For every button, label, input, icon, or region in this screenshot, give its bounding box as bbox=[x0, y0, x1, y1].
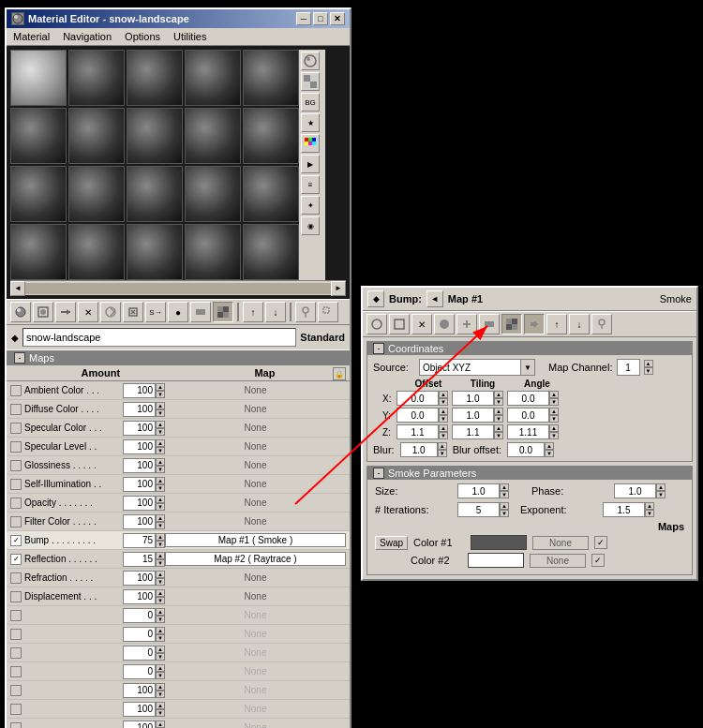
gloss-spin-up[interactable]: ▲ bbox=[156, 458, 165, 466]
gloss-checkbox[interactable] bbox=[10, 460, 22, 471]
menu-options[interactable]: Options bbox=[122, 30, 163, 43]
map-tb-btn4[interactable] bbox=[434, 314, 455, 334]
extra3-amount-input[interactable] bbox=[123, 646, 156, 661]
material-sphere-19[interactable] bbox=[243, 224, 299, 280]
extra2-spin-down[interactable]: ▼ bbox=[156, 634, 165, 642]
extra7-amount-input[interactable] bbox=[123, 721, 156, 729]
refraction-spin-down[interactable]: ▼ bbox=[156, 578, 165, 586]
put-material-btn[interactable] bbox=[33, 302, 53, 322]
y-tiling-input[interactable] bbox=[452, 408, 494, 423]
maximize-button[interactable]: □ bbox=[313, 12, 328, 25]
displacement-spin-up[interactable]: ▲ bbox=[156, 589, 165, 597]
material-sphere-16[interactable] bbox=[68, 224, 125, 280]
copy-material-btn[interactable] bbox=[100, 302, 121, 322]
material-sphere-9[interactable] bbox=[243, 108, 299, 164]
refraction-amount-input[interactable] bbox=[123, 571, 156, 586]
bump-nav-btn[interactable]: ◆ bbox=[367, 290, 384, 307]
extra4-map-value[interactable]: None bbox=[165, 666, 346, 676]
material-sphere-17[interactable] bbox=[127, 224, 183, 280]
smoke-collapse-btn[interactable]: - bbox=[373, 468, 384, 479]
filtercolor-amount-input[interactable] bbox=[123, 514, 156, 529]
filtercolor-spin-down[interactable]: ▼ bbox=[156, 522, 165, 529]
y-angle-input[interactable] bbox=[507, 408, 549, 423]
extra5-checkbox[interactable] bbox=[10, 685, 22, 696]
ambient-spin-up[interactable]: ▲ bbox=[156, 383, 165, 391]
speclevel-checkbox[interactable] bbox=[10, 441, 22, 453]
reflection-checkbox[interactable]: ✓ bbox=[10, 554, 22, 565]
x-offset-spin-up[interactable]: ▲ bbox=[439, 391, 448, 398]
refraction-checkbox[interactable] bbox=[10, 572, 22, 584]
bump-spin-down[interactable]: ▼ bbox=[156, 541, 165, 548]
y-offset-spin-down[interactable]: ▼ bbox=[439, 415, 448, 423]
z-offset-spin-up[interactable]: ▲ bbox=[439, 424, 448, 432]
material-sphere-4[interactable] bbox=[243, 50, 299, 106]
x-angle-spin-up[interactable]: ▲ bbox=[549, 391, 559, 398]
background-icon[interactable]: BG bbox=[301, 93, 320, 111]
speclevel-spin-up[interactable]: ▲ bbox=[156, 439, 165, 447]
phase-spin-down[interactable]: ▼ bbox=[656, 491, 666, 498]
assign-material-btn[interactable] bbox=[55, 302, 76, 322]
bump-amount-input[interactable] bbox=[123, 533, 156, 548]
render-sphere-icon[interactable] bbox=[301, 52, 320, 70]
speclevel-spin-down[interactable]: ▼ bbox=[156, 447, 165, 454]
map-tb-btn9[interactable]: ↑ bbox=[546, 314, 567, 334]
bump-left-btn[interactable]: ◄ bbox=[426, 290, 443, 307]
map-tb-btn7[interactable] bbox=[501, 314, 522, 334]
blur-input[interactable] bbox=[400, 442, 438, 457]
channel-input[interactable] bbox=[617, 359, 640, 376]
x-tiling-spin-up[interactable]: ▲ bbox=[494, 391, 503, 398]
diffuse-checkbox[interactable] bbox=[10, 404, 22, 415]
reflection-amount-input[interactable] bbox=[123, 552, 156, 567]
displacement-map-value[interactable]: None bbox=[165, 591, 346, 602]
extra4-spin-up[interactable]: ▲ bbox=[156, 664, 165, 672]
go-to-parent-btn[interactable]: ↑ bbox=[243, 302, 263, 322]
displacement-checkbox[interactable] bbox=[10, 591, 22, 602]
size-spin-up[interactable]: ▲ bbox=[500, 483, 509, 491]
refraction-spin-up[interactable]: ▲ bbox=[156, 571, 165, 578]
z-angle-spin-up[interactable]: ▲ bbox=[549, 424, 559, 432]
source-dropdown-btn[interactable]: ▼ bbox=[520, 359, 535, 376]
channel-spin-up[interactable]: ▲ bbox=[644, 360, 653, 367]
copy-to-scene-btn[interactable]: S→ bbox=[145, 302, 166, 322]
opacity-spin-up[interactable]: ▲ bbox=[156, 496, 165, 503]
bump-checkbox[interactable]: ✓ bbox=[10, 535, 22, 546]
extra4-spin-down[interactable]: ▼ bbox=[156, 672, 165, 679]
extra4-checkbox[interactable] bbox=[10, 666, 22, 677]
extra3-spin-down[interactable]: ▼ bbox=[156, 653, 165, 661]
blur-offset-spin-down[interactable]: ▼ bbox=[545, 450, 554, 457]
extra6-map-value[interactable]: None bbox=[165, 704, 346, 714]
map-tb-btn10[interactable]: ↓ bbox=[569, 314, 590, 334]
extra6-checkbox[interactable] bbox=[10, 704, 22, 715]
color2-map-none[interactable]: None bbox=[530, 554, 586, 568]
speccolor-spin-up[interactable]: ▲ bbox=[156, 421, 165, 428]
ambient-checkbox[interactable] bbox=[10, 385, 22, 396]
extra6-spin-up[interactable]: ▲ bbox=[156, 702, 165, 709]
map-tb-btn11[interactable] bbox=[591, 314, 612, 334]
extra5-spin-down[interactable]: ▼ bbox=[156, 691, 165, 698]
blur-spin-up[interactable]: ▲ bbox=[438, 442, 447, 450]
z-offset-spin-down[interactable]: ▼ bbox=[439, 432, 448, 439]
color2-swatch[interactable] bbox=[468, 553, 524, 568]
blur-spin-down[interactable]: ▼ bbox=[438, 450, 447, 457]
selfillum-checkbox[interactable] bbox=[10, 479, 22, 490]
show-in-viewport-icon[interactable]: ◉ bbox=[301, 216, 320, 235]
extra3-checkbox[interactable] bbox=[10, 647, 22, 659]
speccolor-checkbox[interactable] bbox=[10, 423, 22, 434]
color2-check[interactable]: ✓ bbox=[591, 554, 605, 567]
show-map-in-viewport-btn[interactable] bbox=[190, 302, 211, 322]
extra4-amount-input[interactable] bbox=[123, 664, 156, 679]
diffuse-spin-up[interactable]: ▲ bbox=[156, 402, 165, 409]
extra1-checkbox[interactable] bbox=[10, 610, 22, 621]
map-tb-btn1[interactable] bbox=[366, 314, 387, 334]
diffuse-spin-down[interactable]: ▼ bbox=[156, 409, 165, 417]
extra1-amount-input[interactable] bbox=[123, 608, 156, 623]
color1-swatch[interactable] bbox=[471, 535, 527, 550]
blur-offset-input[interactable] bbox=[507, 442, 545, 457]
selfillum-map-value[interactable]: None bbox=[165, 479, 346, 489]
gloss-spin-down[interactable]: ▼ bbox=[156, 466, 165, 473]
go-forward-btn[interactable]: ↓ bbox=[265, 302, 286, 322]
sphere-scrollbar[interactable]: ◄ ► bbox=[10, 280, 346, 295]
speclevel-map-value[interactable]: None bbox=[165, 441, 346, 452]
pick-material-icon[interactable]: ✦ bbox=[301, 196, 320, 215]
selfillum-amount-input[interactable] bbox=[123, 477, 156, 492]
